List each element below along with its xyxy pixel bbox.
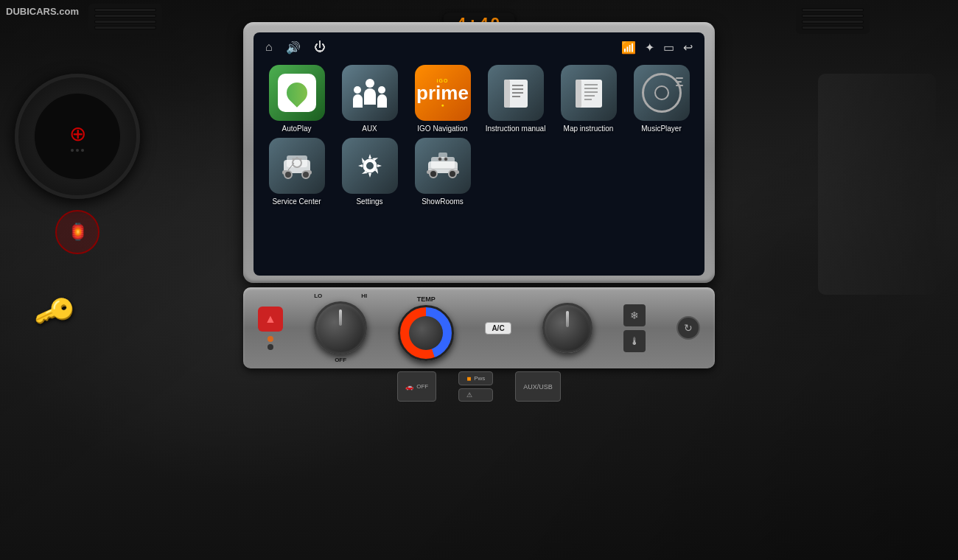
fan-direction-knob[interactable] (542, 303, 592, 353)
autoplay-inner (278, 74, 316, 112)
book-icon (498, 75, 534, 111)
svg-point-17 (284, 171, 292, 178)
hazard-button[interactable]: ▲ (258, 307, 283, 332)
caution-icon: ⚠ (466, 391, 472, 399)
igo-main-text: prime (416, 83, 469, 102)
rear-defrost-button[interactable]: 🌡 (623, 330, 646, 352)
vent-bar (802, 8, 864, 12)
map-label: Map instruction (564, 125, 614, 133)
recirculate-button[interactable]: ↻ (676, 316, 700, 340)
person-body (353, 94, 363, 108)
app-service[interactable]: Service Center (262, 138, 331, 206)
person-head (366, 79, 374, 88)
right-panel-bg (818, 74, 936, 295)
igo-bottom-text: ● (441, 102, 444, 108)
window-icon: ▭ (663, 41, 674, 55)
app-aux[interactable]: AUX (335, 65, 404, 133)
pws-button[interactable]: ■ Pws (458, 371, 493, 385)
temp-knob-center (409, 316, 443, 350)
ac-label[interactable]: A/C (485, 322, 511, 335)
svg-point-18 (302, 171, 310, 178)
aux-usb-label: AUX/USB (523, 383, 553, 391)
fan-hi-label: HI (361, 293, 367, 299)
music-line (676, 81, 682, 83)
home-icon[interactable]: ⌂ (265, 41, 273, 55)
rear-defrost-icon: 🌡 (629, 335, 640, 347)
right-side-area (818, 74, 936, 295)
empty-cell-6 (627, 138, 696, 206)
fan-knob[interactable] (314, 301, 367, 354)
screen: ⌂ 🔊 ⏻ 📶 ✦ ▭ ↩ (254, 32, 704, 276)
app-instruction[interactable]: Instruction manual (481, 65, 550, 133)
showrooms-label: ShowRooms (422, 197, 464, 206)
ac-control-group: A/C (485, 322, 511, 335)
hazard-triangle-icon: ▲ (265, 312, 276, 326)
back-icon[interactable]: ↩ (683, 41, 693, 55)
person-body (364, 88, 376, 105)
vent-bar (94, 26, 156, 29)
svg-rect-7 (576, 80, 581, 108)
app-map[interactable]: Map instruction (554, 65, 623, 133)
aux-label: AUX (362, 125, 377, 133)
app-showrooms[interactable]: ShowRooms (408, 138, 477, 206)
vent-bar (802, 20, 864, 24)
indicator-dot-1 (268, 336, 273, 342)
pws-indicator: ■ (466, 374, 471, 382)
volume-icon[interactable]: 🔊 (286, 41, 301, 55)
temp-knob[interactable] (398, 305, 454, 361)
music-icon-box (634, 65, 690, 121)
watermark: DUBICARS.com (6, 6, 79, 17)
fan-off-label: OFF (335, 357, 346, 363)
traction-off-button[interactable]: 🚗 OFF (397, 371, 436, 402)
aux-people-group (353, 79, 387, 108)
status-bar-right: 📶 ✦ ▭ ↩ (621, 41, 693, 55)
svg-line-22 (293, 158, 294, 160)
map-icon-box (561, 65, 617, 121)
svg-point-24 (366, 161, 374, 170)
vent-bar (802, 26, 864, 29)
temperature-control[interactable]: TEMP (398, 295, 454, 361)
left-control-group: ▲ (258, 307, 283, 350)
recirculate-group: ↻ (676, 316, 700, 340)
toyota-ring: 🏮 (55, 210, 99, 254)
vent-bar (94, 8, 156, 12)
fan-direction-control[interactable] (542, 303, 592, 353)
svg-line-21 (300, 158, 301, 160)
instruction-label: Instruction manual (486, 125, 546, 133)
wifi-icon: 📶 (621, 41, 636, 55)
person-head (378, 86, 385, 94)
toyota-badge: 🏮 (55, 210, 99, 254)
app-igo[interactable]: iGO prime ● IGO Navigation (408, 65, 477, 133)
app-music[interactable]: MusicPlayer (627, 65, 696, 133)
music-line (676, 77, 683, 79)
svg-rect-1 (504, 80, 510, 108)
vent-bar (802, 14, 864, 18)
right-vent (796, 4, 870, 34)
person-center (364, 79, 376, 105)
traction-label: OFF (416, 383, 428, 390)
aux-usb-button[interactable]: AUX/USB (515, 371, 561, 402)
app-autoplay[interactable]: AutoPlay (262, 65, 331, 133)
svg-point-34 (444, 158, 447, 161)
brightness-icon[interactable]: ✦ (645, 41, 654, 55)
app-settings[interactable]: Settings (335, 138, 404, 206)
instruction-icon-box (488, 65, 544, 121)
toyota-logo-instrument: ⊕ (69, 122, 86, 146)
status-bar-left: ⌂ 🔊 ⏻ (265, 41, 326, 55)
fan-speed-control[interactable]: LO HI OFF (314, 293, 367, 363)
indicator-dot-2 (268, 344, 273, 350)
power-icon[interactable]: ⏻ (314, 41, 326, 55)
car-interior-photo: DUBICARS.com 4:40 H M (0, 0, 958, 560)
toyota-icon: 🏮 (68, 223, 88, 242)
person-body (377, 94, 387, 108)
left-vent (88, 4, 162, 34)
car-keys: 🔑 (37, 295, 74, 329)
defrost-button[interactable]: ❄ (623, 304, 646, 326)
vent-bar (94, 14, 156, 18)
gear-icon (351, 147, 389, 185)
below-climate-controls: 🚗 OFF ■ Pws ⚠ AUX/USB (243, 371, 715, 402)
music-label: MusicPlayer (641, 125, 681, 133)
caution-button[interactable]: ⚠ (458, 388, 493, 402)
autoplay-leaf (282, 78, 312, 108)
svg-point-29 (430, 170, 437, 178)
